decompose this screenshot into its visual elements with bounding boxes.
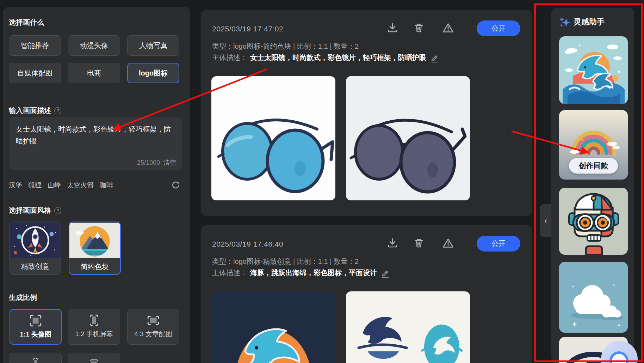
section-title-style: 选择画面风格 ? — [9, 206, 61, 215]
suggestion-item[interactable]: 山峰 — [48, 181, 61, 190]
assistant-bubble-ring — [609, 351, 628, 363]
inspiration-thumb-robot[interactable] — [559, 188, 628, 255]
section-title-ratio: 生成比例 — [9, 293, 37, 302]
suggestion-item[interactable]: 咖啡 — [100, 181, 113, 190]
warning-icon[interactable] — [442, 22, 454, 34]
ratio-extra-icon — [30, 358, 41, 363]
mountain-style-image — [69, 222, 120, 259]
ratio-extra-2[interactable] — [68, 353, 120, 363]
chevron-left-icon: ‹ — [544, 216, 547, 226]
ratio-1-1[interactable]: 1:1 头像图 — [10, 309, 62, 345]
desc-value: 海豚，跳跃出海绵，彩色图标，平面设计 — [250, 268, 377, 278]
section-title-prompt: 输入画面描述 ? — [9, 106, 61, 115]
timestamp: 2025/03/19 17:46:40 — [212, 240, 283, 248]
refresh-icon[interactable] — [171, 181, 180, 190]
rocket-style-image — [10, 222, 61, 258]
left-settings-panel: 选择画什么 智能推荐 动漫头像 人物写真 自媒体配图 电商 logo图标 输入画… — [3, 7, 190, 363]
inspiration-thumb-dolphin[interactable] — [559, 36, 628, 104]
suggestion-item[interactable]: 汉堡 — [9, 181, 22, 190]
create-same-style-button[interactable]: 创作同款 — [569, 158, 618, 174]
ratio-4-3-icon — [147, 314, 160, 327]
prompt-input[interactable]: 女士太阳镜，时尚款式，彩色镜片，轻巧框架，防晒护眼 25/1000清空 — [10, 117, 182, 170]
inspiration-title: 灵感助手 — [574, 17, 605, 27]
subject-description-row: 主体描述： 女士太阳镜，时尚款式，彩色镜片，轻巧框架，防晒护眼 — [212, 53, 439, 62]
desc-label: 主体描述： — [212, 53, 247, 62]
char-counter: 25/1000清空 — [137, 158, 176, 167]
category-ecommerce[interactable]: 电商 — [68, 63, 120, 83]
result-image-blue-sunglasses[interactable] — [211, 76, 335, 200]
ratio-1-2-icon — [88, 314, 100, 327]
generation-meta: 类型：logo图标-精致创意 | 比例：1:1 | 数量：2 — [212, 257, 359, 266]
suggestion-item[interactable]: 太空火箭 — [67, 181, 94, 190]
publish-button[interactable]: 公开 — [477, 20, 520, 36]
category-logo-icon[interactable]: logo图标 — [127, 63, 179, 83]
generation-card: 2025/03/19 17:46:40 公开 类型：logo图标-精致创意 | … — [201, 225, 532, 363]
style-label: 精致创意 — [10, 262, 61, 271]
category-portrait[interactable]: 人物写真 — [127, 35, 179, 56]
help-icon[interactable]: ? — [54, 207, 61, 214]
category-anime-avatar[interactable]: 动漫头像 — [68, 35, 120, 56]
desc-value: 女士太阳镜，时尚款式，彩色镜片，轻巧框架，防晒护眼 — [250, 53, 426, 62]
prompt-text: 女士太阳镜，时尚款式，彩色镜片，轻巧框架，防晒护眼 — [16, 123, 175, 147]
style-label: 简约色块 — [69, 262, 120, 272]
result-image-dolphins-navy[interactable] — [211, 291, 335, 363]
ratio-label: 1:2 手机屏幕 — [75, 329, 113, 339]
download-icon[interactable] — [386, 237, 398, 249]
warning-icon[interactable] — [442, 237, 454, 249]
category-smart-recommend[interactable]: 智能推荐 — [9, 35, 61, 56]
inspiration-panel: 灵感助手 — [551, 8, 634, 363]
inspiration-header: 灵感助手 — [559, 16, 605, 28]
publish-button[interactable]: 公开 — [477, 236, 520, 252]
download-icon[interactable] — [386, 22, 398, 34]
trash-icon[interactable] — [413, 237, 425, 249]
category-media-image[interactable]: 自媒体配图 — [9, 63, 61, 83]
style-card-minimal-blocks[interactable]: 简约色块 — [69, 222, 121, 275]
subject-description-row: 主体描述： 海豚，跳跃出海绵，彩色图标，平面设计 — [212, 268, 390, 278]
section-title-what: 选择画什么 — [9, 18, 44, 27]
ratio-4-3[interactable]: 4:3 文章配图 — [127, 309, 179, 345]
panel-collapse-handle[interactable]: ‹ — [540, 204, 552, 237]
style-card-creative[interactable]: 精致创意 — [10, 222, 61, 275]
result-image-dark-sunglasses[interactable] — [346, 76, 470, 200]
help-icon[interactable]: ? — [54, 107, 61, 114]
timestamp: 2025/03/19 17:47:02 — [212, 25, 283, 33]
inspiration-thumb-rainbow[interactable]: 创作同款 — [559, 110, 628, 180]
sparkles-icon — [559, 16, 570, 28]
ratio-label: 1:1 头像图 — [20, 330, 51, 339]
edit-icon[interactable] — [431, 53, 439, 62]
ratio-label: 4:3 文章配图 — [134, 329, 172, 339]
app-root: 选择画什么 智能推荐 动漫头像 人物写真 自媒体配图 电商 logo图标 输入画… — [0, 0, 644, 363]
ratio-extra-icon — [89, 358, 99, 363]
trash-icon[interactable] — [413, 22, 425, 34]
generation-meta: 类型：logo图标-简约色块 | 比例：1:1 | 数量：2 — [212, 42, 359, 51]
inspiration-thumb-clouds[interactable] — [559, 262, 628, 333]
suggestion-row: 汉堡 狐狸 山峰 太空火箭 咖啡 — [9, 181, 113, 190]
ratio-extra-1[interactable] — [10, 353, 62, 363]
edit-icon[interactable] — [381, 268, 390, 278]
ratio-1-1-icon — [29, 314, 42, 327]
generation-card: 2025/03/19 17:47:02 公开 类型：logo图标-简约色块 | … — [201, 10, 532, 216]
clear-button[interactable]: 清空 — [163, 159, 176, 166]
suggestion-item[interactable]: 狐狸 — [28, 181, 42, 190]
desc-label: 主体描述： — [212, 268, 247, 278]
ratio-1-2[interactable]: 1:2 手机屏幕 — [68, 309, 120, 345]
result-image-dolphin-marks[interactable] — [346, 291, 470, 363]
